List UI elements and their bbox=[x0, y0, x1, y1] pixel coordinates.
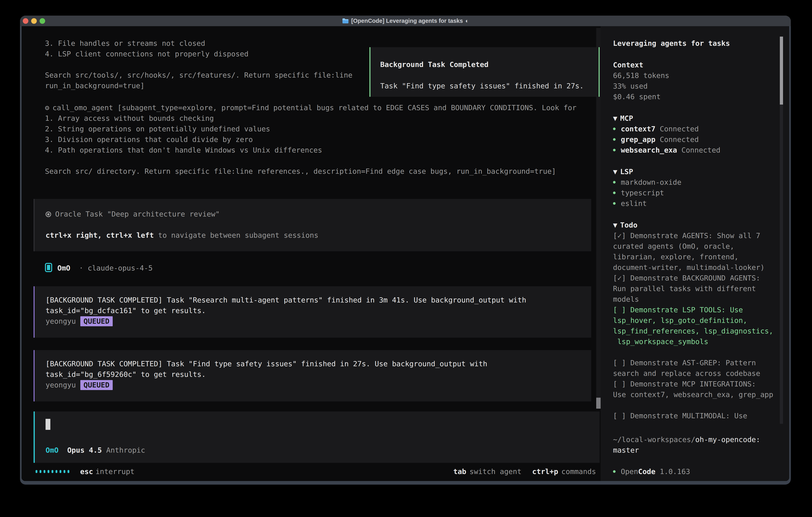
lsp-section-header[interactable]: ▼LSP bbox=[613, 166, 633, 177]
oracle-task-title-line: Oracle Task "Deep architecture review" bbox=[46, 209, 591, 219]
status-bar: esc interrupt tab switch agent ctrl+p co… bbox=[22, 466, 601, 477]
list-item: [ ] Demonstrate AST-GREP: Pattern bbox=[613, 357, 773, 368]
list-item: 2. String operations on potentially unde… bbox=[45, 124, 576, 134]
list-item: 4. Path operations that don't handle Win… bbox=[45, 145, 576, 155]
todo-section-header[interactable]: ▼Todo bbox=[613, 220, 637, 230]
context-heading: Context bbox=[613, 60, 643, 70]
task-message: [BACKGROUND TASK COMPLETED] Task "Find t… bbox=[34, 350, 591, 402]
esc-key-label: interrupt bbox=[95, 467, 135, 475]
chat-scrollbar-thumb[interactable] bbox=[596, 398, 601, 409]
status-badge: QUEUED bbox=[80, 316, 113, 326]
input-model-name: Opus 4.5 bbox=[67, 446, 102, 454]
context-spent: $0.46 spent bbox=[613, 91, 661, 102]
lsp-item: markdown-oxide bbox=[613, 177, 681, 188]
list-item: Search src/ directory. Return specific f… bbox=[45, 166, 576, 176]
tool-call-header-text: call_omo_agent [subagent_type=explore, p… bbox=[53, 104, 577, 112]
session-title: Leveraging agents for tasks bbox=[613, 38, 730, 49]
list-item: 1. Array access without bounds checking bbox=[45, 113, 576, 124]
task-message-line2: task_id="bg_dcfac161" to get results. bbox=[46, 305, 591, 316]
tab-key-label: switch agent bbox=[469, 466, 521, 477]
list-item: curated agents (OmO, oracle, bbox=[613, 241, 773, 251]
spinner-dot bbox=[35, 470, 37, 473]
spinner-dot bbox=[39, 470, 41, 473]
session-sidebar: Leveraging agents for tasks Context 66,5… bbox=[601, 26, 789, 481]
hint-text: to navigate between subagent sessions bbox=[154, 231, 318, 239]
oracle-task-panel: Oracle Task "Deep architecture review" c… bbox=[34, 199, 591, 251]
task-message: [BACKGROUND TASK COMPLETED] Task "Resear… bbox=[34, 286, 591, 338]
collapse-triangle-icon: ▼ bbox=[613, 167, 617, 176]
list-item: [ ] Demonstrate LSP TOOLS: Use bbox=[613, 304, 773, 315]
lsp-item: typescript bbox=[613, 188, 664, 198]
list-item: search and replace across codebase bbox=[613, 368, 773, 379]
list-item: librarian, explore, frontend, bbox=[613, 251, 773, 262]
status-badge: QUEUED bbox=[80, 380, 113, 390]
task-message-line1: [BACKGROUND TASK COMPLETED] Task "Find t… bbox=[46, 358, 591, 369]
list-item bbox=[45, 59, 352, 70]
list-item: document-writer, multimodal-looker) bbox=[613, 262, 773, 273]
version-line: OpenCode 1.0.163 bbox=[613, 466, 690, 477]
folder-icon bbox=[342, 18, 349, 24]
list-item: [✓] Demonstrate AGENTS: Show all 7 bbox=[613, 230, 773, 241]
agent-name: OmO bbox=[57, 264, 70, 272]
list-item: Run parallel tasks with different bbox=[613, 283, 773, 294]
tool-call-lines: 1. Array access without bounds checking2… bbox=[45, 113, 576, 176]
collapse-triangle-icon: ▼ bbox=[613, 221, 617, 229]
separator-dot: · bbox=[79, 264, 83, 272]
notification-toast[interactable]: Background Task Completed Task "Find typ… bbox=[370, 47, 600, 97]
radio-target-icon bbox=[46, 212, 51, 217]
window-title-text: [OpenCode] Leveraging agents for tasks bbox=[351, 18, 463, 24]
list-item: Use context7, websearch_exa, grep_app bbox=[613, 389, 773, 400]
input-mode-line: OmO Opus 4.5 Anthropic bbox=[46, 445, 145, 456]
toast-title: Background Task Completed bbox=[380, 59, 599, 70]
status-dot-icon bbox=[613, 202, 616, 205]
agent-model: claude-opus-4-5 bbox=[88, 264, 153, 272]
list-item: lsp_workspace_symbols bbox=[613, 336, 773, 347]
todo-list: [✓] Demonstrate AGENTS: Show all 7curate… bbox=[613, 230, 773, 421]
list-item: lsp_find_references, lsp_diagnostics, bbox=[613, 326, 773, 336]
list-item: 3. File handles or streams not closed bbox=[45, 38, 352, 49]
context-tokens: 66,518 tokens bbox=[613, 70, 669, 81]
agent-checkbox-icon bbox=[45, 263, 52, 272]
list-item: 3. Division operations that could divide… bbox=[45, 134, 576, 145]
app-window: [OpenCode] Leveraging agents for tasks ◐… bbox=[20, 16, 791, 485]
hint-keys: ctrl+x right, ctrl+x left bbox=[46, 231, 154, 239]
spinner-dot bbox=[52, 470, 53, 473]
lsp-item: eslint bbox=[613, 198, 647, 209]
window-title: [OpenCode] Leveraging agents for tasks ◐ bbox=[20, 16, 791, 26]
esc-key-hint: esc bbox=[80, 467, 93, 475]
status-dot-icon bbox=[613, 192, 616, 194]
tool-call-header: ⚙call_omo_agent [subagent_type=explore, … bbox=[45, 102, 576, 113]
tool-call-block: ⚙call_omo_agent [subagent_type=explore, … bbox=[45, 102, 576, 176]
input-provider-name: Anthropic bbox=[106, 446, 145, 454]
ctrlp-key-label: commands bbox=[561, 466, 596, 477]
workspace-branch: master bbox=[613, 445, 639, 456]
context-used: 33% used bbox=[613, 81, 647, 91]
sidebar-scrollbar-thumb[interactable] bbox=[780, 36, 783, 105]
spinner-dots bbox=[35, 470, 69, 473]
status-dot-icon bbox=[613, 138, 616, 141]
text-cursor bbox=[46, 419, 50, 430]
status-dot-icon bbox=[613, 149, 616, 151]
spinner-dot bbox=[44, 470, 46, 473]
task-message-meta: yeongyuQUEUED bbox=[46, 380, 591, 390]
toast-body: Task "Find type safety issues" finished … bbox=[380, 81, 599, 91]
agent-header: OmO · claude-opus-4-5 bbox=[45, 263, 153, 273]
spinner-dot bbox=[60, 470, 61, 473]
list-item: models bbox=[613, 294, 773, 304]
list-item: [ ] Demonstrate MCP INTEGRATIONS: bbox=[613, 379, 773, 389]
mcp-section-header[interactable]: ▼MCP bbox=[613, 113, 633, 124]
prompt-input[interactable]: OmO Opus 4.5 Anthropic bbox=[34, 411, 600, 463]
spinner-dot bbox=[67, 470, 69, 473]
mcp-item: grep_app Connected bbox=[613, 134, 699, 145]
chat-area: 3. File handles or streams not closed4. … bbox=[22, 26, 601, 481]
list-item: run_in_background=true] bbox=[45, 80, 352, 91]
workspace-path: ~/local-workspaces/oh-my-opencode: bbox=[613, 434, 760, 445]
list-item bbox=[613, 400, 773, 410]
status-dot-icon bbox=[613, 181, 616, 184]
task-message-line2: task_id="bg_6f59260c" to get results. bbox=[46, 369, 591, 380]
collapse-triangle-icon: ▼ bbox=[613, 114, 617, 123]
window-titlebar[interactable]: [OpenCode] Leveraging agents for tasks ◐ bbox=[20, 16, 791, 26]
list-item: 4. LSP client connections not properly d… bbox=[45, 49, 352, 59]
status-dot-icon bbox=[613, 470, 616, 473]
screen: [OpenCode] Leveraging agents for tasks ◐… bbox=[0, 0, 812, 517]
